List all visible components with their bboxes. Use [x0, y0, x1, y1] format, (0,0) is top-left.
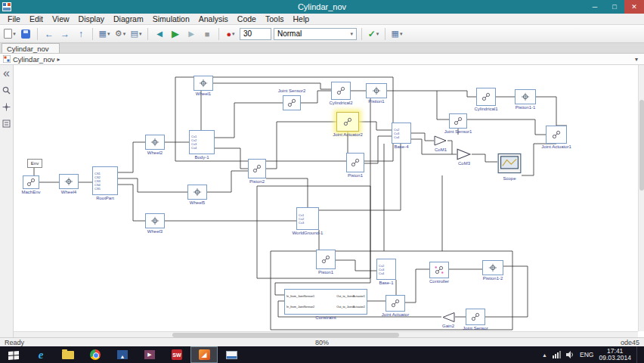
vertical-scrollbar[interactable]: [638, 65, 644, 331]
block-jsensor1[interactable]: [449, 113, 467, 129]
window-controls: ─ □ ✕: [585, 0, 644, 14]
hide-browser-icon[interactable]: «: [2, 68, 12, 79]
block-constraint[interactable]: In_from_JointSensor1In_from_JointSensor2…: [284, 289, 367, 315]
menu-view[interactable]: View: [48, 14, 74, 25]
block-piston1a[interactable]: [366, 83, 387, 98]
menu-display[interactable]: Display: [74, 14, 109, 25]
record-button[interactable]: ●▾: [224, 26, 237, 42]
block-base1[interactable]: Cs2Cs3Cs4: [376, 259, 396, 280]
model-advisor-button[interactable]: ✓▾: [367, 26, 380, 42]
breadcrumb-expand-icon[interactable]: ▾: [635, 56, 641, 63]
language-indicator[interactable]: ENG: [580, 351, 593, 358]
library-browser-button[interactable]: ▦▾: [98, 26, 111, 42]
taskbar-matlab[interactable]: ◢: [190, 346, 218, 363]
model-canvas[interactable]: EnvMachEnvWheel4CS1CS2CS3CS4CS5RootPartW…: [14, 65, 644, 337]
block-wheel4[interactable]: [59, 174, 79, 189]
block-worldground1[interactable]: Cs1Cs2Cs3: [296, 207, 319, 230]
block-cyl3[interactable]: [429, 262, 449, 278]
block-jsensor0[interactable]: [466, 309, 485, 325]
block-piston1m[interactable]: [346, 153, 364, 172]
up-to-parent-button[interactable]: ↑: [74, 26, 88, 42]
sim-stop-time-input[interactable]: 30: [240, 28, 271, 40]
start-button[interactable]: [0, 346, 27, 363]
sim-mode-select[interactable]: Normal▾: [274, 28, 357, 40]
taskbar-ie[interactable]: e: [27, 346, 54, 363]
block-rootpart[interactable]: CS1CS2CS3CS4CS5: [92, 166, 118, 195]
block-wheel5[interactable]: [187, 185, 207, 200]
chevron-down-icon: ▾: [107, 31, 110, 37]
main-area: « EnvMachEnvWheel4CS1CS2CS3CS4CS5RootPar…: [0, 65, 644, 337]
menu-edit[interactable]: Edit: [25, 14, 48, 25]
block-body1[interactable]: Cs1Cs2Cs3Cs4: [189, 130, 215, 154]
menu-tools[interactable]: Tools: [261, 14, 289, 25]
block-gain3[interactable]: [457, 148, 472, 160]
menu-diagram[interactable]: Diagram: [109, 14, 148, 25]
block-jact1[interactable]: [546, 126, 567, 144]
forward-button[interactable]: →: [58, 26, 72, 42]
show-desktop-button[interactable]: [636, 346, 639, 363]
run-button[interactable]: ▶: [169, 26, 182, 42]
block-piston11[interactable]: [515, 89, 536, 104]
block-wheel3[interactable]: [145, 213, 165, 228]
vertical-scrollbar-thumb[interactable]: [639, 100, 644, 191]
chevron-down-icon: ▾: [123, 31, 126, 37]
taskbar-presentation[interactable]: [218, 346, 245, 363]
save-icon: [21, 29, 30, 39]
toolbar-separator: [361, 28, 362, 40]
new-model-button[interactable]: ▾: [3, 26, 17, 42]
sim-mode-value: Normal: [277, 29, 302, 38]
block-piston2[interactable]: [248, 159, 266, 178]
block-piston1b[interactable]: [316, 250, 336, 269]
block-com1[interactable]: [434, 135, 447, 147]
tabbar: Cylindar_nov: [0, 43, 644, 54]
maximize-button[interactable]: □: [605, 0, 624, 14]
minimize-button[interactable]: ─: [585, 0, 605, 14]
annotation-icon[interactable]: [2, 118, 12, 129]
pan-icon[interactable]: [2, 101, 12, 112]
block-base4[interactable]: Cs2Cs3Cs4: [392, 123, 411, 144]
taskbar-chrome[interactable]: [82, 346, 109, 363]
block-jsensor2[interactable]: [283, 95, 301, 110]
block-jact0[interactable]: [385, 295, 405, 312]
block-jact2[interactable]: [336, 112, 359, 132]
block-env-tag[interactable]: Env: [27, 159, 42, 168]
step-forward-button[interactable]: ▶: [184, 26, 198, 42]
back-button[interactable]: ←: [42, 26, 56, 42]
block-cyl2[interactable]: [331, 82, 351, 100]
taskbar-swish[interactable]: SW: [163, 346, 190, 363]
tray-expand-icon[interactable]: ▲: [542, 352, 547, 358]
breadcrumb-model-name[interactable]: Cylindar_nov: [13, 55, 54, 64]
stop-button[interactable]: ■: [200, 26, 214, 42]
menu-help[interactable]: Help: [288, 14, 314, 25]
close-button[interactable]: ✕: [624, 0, 644, 14]
menu-file[interactable]: File: [3, 14, 25, 25]
menu-code[interactable]: Code: [233, 14, 261, 25]
block-wheel2[interactable]: [145, 135, 165, 150]
folder-icon: [62, 351, 74, 359]
block-cyl1[interactable]: [476, 88, 496, 106]
horizontal-scrollbar[interactable]: [14, 331, 638, 337]
model-tab[interactable]: Cylindar_nov: [2, 43, 60, 53]
taskbar-photos[interactable]: ▲: [109, 346, 136, 363]
step-back-button[interactable]: ◀: [153, 26, 166, 42]
chevron-down-icon: ▾: [400, 31, 403, 37]
network-icon[interactable]: [553, 351, 561, 358]
block-scope[interactable]: [497, 151, 522, 175]
toolbar-separator: [385, 28, 385, 40]
block-wheel1[interactable]: [194, 76, 213, 91]
taskbar-clock[interactable]: 17:41 09.03.2014: [599, 348, 631, 361]
save-button[interactable]: [19, 26, 33, 42]
menu-simulation[interactable]: Simulation: [148, 14, 194, 25]
taskbar-explorer[interactable]: [54, 346, 82, 363]
build-button[interactable]: ▦▾: [390, 26, 404, 42]
menu-analysis[interactable]: Analysis: [194, 14, 233, 25]
block-piston12[interactable]: [482, 260, 503, 275]
volume-icon[interactable]: [566, 351, 574, 358]
taskbar-media[interactable]: ▶: [136, 346, 163, 363]
model-explorer-button[interactable]: ▤▾: [129, 26, 143, 42]
block-gain2[interactable]: [441, 312, 455, 323]
media-icon: ▶: [144, 350, 155, 359]
block-machenv[interactable]: [23, 175, 39, 189]
zoom-icon[interactable]: [2, 85, 12, 95]
model-settings-button[interactable]: ⚙▾: [113, 26, 127, 42]
